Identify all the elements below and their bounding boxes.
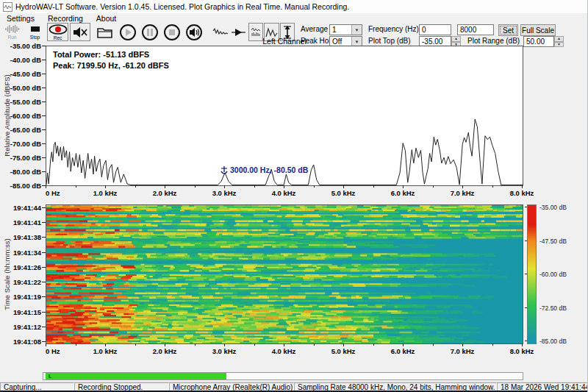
- chevron-down-icon[interactable]: ▼: [351, 25, 362, 35]
- folder-icon: [96, 26, 114, 39]
- menu-settings[interactable]: Settings: [0, 14, 41, 23]
- spectrogram-x-minor-tick: [76, 343, 76, 346]
- spectrogram-x-tick-label: 6.0 kHz: [381, 347, 425, 355]
- spectrogram-plot[interactable]: [46, 204, 523, 344]
- total-power-readout: Total Power: -51.13 dBFS: [53, 49, 149, 60]
- spectrum-x-tick-label: 7.0 kHz: [440, 189, 484, 197]
- spectrum-y-tick-label: -35.00 dB: [0, 42, 41, 50]
- spectrum-y-tick-label: -45.00 dB: [0, 70, 41, 78]
- colorbar-tick: [525, 240, 527, 241]
- stop-circle-icon: [163, 24, 181, 41]
- spectrogram-x-tick: [403, 343, 404, 346]
- speaker-muted-icon: [72, 26, 88, 39]
- stop-recording-button[interactable]: Stop: [24, 23, 46, 41]
- spectrogram-x-tick-label: 8.0 kHz: [500, 347, 544, 355]
- channel-label: Left Channel: [240, 37, 329, 46]
- peak-readout: Peak: 7199.50 Hz, -61.20 dBFS: [53, 60, 169, 71]
- spectrum-x-tick-label: 2.0 kHz: [143, 189, 187, 197]
- spectrum-x-tick: [343, 185, 344, 188]
- set-button[interactable]: Set: [498, 24, 518, 36]
- spectrum-x-minor-tick: [76, 185, 76, 188]
- spectrum-plot[interactable]: Total Power: -51.13 dBFS Peak: 7199.50 H…: [46, 46, 523, 186]
- plot-top-label: Plot Top (dB): [368, 37, 411, 45]
- run-waveform-icon: [4, 24, 21, 34]
- open-file-button[interactable]: [94, 23, 116, 41]
- plot-range-input[interactable]: [523, 36, 554, 47]
- time-tick: [42, 267, 46, 268]
- colorbar-tick: [525, 307, 527, 308]
- cursor-readout: 3000.00 Hz, -80.50 dB: [230, 165, 308, 174]
- colorbar-tick: [525, 341, 527, 341]
- menu-recording[interactable]: Recording: [41, 14, 90, 23]
- spectrum-icon: [251, 26, 262, 38]
- spectrum-x-tick: [165, 185, 165, 188]
- spectrogram-x-minor-tick: [492, 343, 493, 346]
- speaker-button[interactable]: [184, 23, 204, 41]
- average-label: Average: [301, 25, 328, 33]
- spectrogram-x-minor-tick: [373, 343, 374, 346]
- spectrum-y-tick-label: -85.00 dB: [0, 182, 41, 190]
- app-icon: [3, 2, 12, 12]
- spectrum-x-minor-tick: [135, 185, 136, 188]
- spectrum-x-tick: [284, 185, 284, 188]
- record-icon: [49, 24, 68, 35]
- spectrum-y-tick-label: -50.00 dB: [0, 84, 41, 92]
- spectrogram-x-minor-tick: [254, 343, 255, 346]
- spectrogram-x-tick-label: 4.0 kHz: [262, 347, 306, 355]
- level-meter-fill: [46, 373, 226, 379]
- cursor-marker-icon[interactable]: [220, 165, 229, 175]
- time-tick-label: 19:41:44: [0, 204, 41, 212]
- time-tick: [42, 327, 46, 327]
- spectrogram-x-tick-label: 3.0 kHz: [202, 347, 246, 355]
- colorbar: [527, 204, 537, 344]
- spectrum-x-tick-label: 4.0 kHz: [262, 189, 306, 197]
- play-icon: [119, 24, 137, 41]
- run-button[interactable]: Run: [1, 23, 23, 41]
- colorbar-tick-label: -47.50 dB: [539, 238, 567, 245]
- menu-about[interactable]: About: [90, 14, 123, 23]
- stop-playback-button[interactable]: [162, 23, 182, 41]
- spectrum-x-tick: [224, 185, 225, 188]
- spectrum-x-minor-tick: [373, 185, 374, 188]
- time-tick: [42, 282, 46, 282]
- stop-label: Stop: [30, 35, 40, 40]
- full-scale-button[interactable]: Full Scale: [520, 24, 556, 36]
- spin-up-icon: ▲: [554, 36, 564, 42]
- spectrum-x-tick: [462, 185, 463, 188]
- waveform-view-button[interactable]: [212, 23, 229, 41]
- pause-button[interactable]: [140, 23, 160, 41]
- title-bar: HydroWAV-LT Software. Version 1.0.45. Li…: [0, 0, 587, 14]
- spectrogram-x-tick: [343, 343, 344, 346]
- spectrum-y-tick-label: -40.00 dB: [0, 56, 41, 64]
- spectrogram-x-tick-label: 7.0 kHz: [440, 347, 484, 355]
- play-button[interactable]: [118, 23, 138, 41]
- spectrogram-x-tick-label: 5.0 kHz: [321, 347, 365, 355]
- spectrum-x-tick: [522, 185, 523, 188]
- spectrum-y-tick: [42, 115, 46, 116]
- app-window: HydroWAV-LT Software. Version 1.0.45. Li…: [0, 0, 588, 392]
- spectrum-y-tick: [42, 46, 46, 46]
- spectrogram-x-tick: [522, 343, 523, 346]
- waveform-icon: [212, 27, 229, 38]
- level-meter-channel-label: L: [49, 374, 51, 379]
- menu-bar: Settings Recording About: [0, 13, 587, 23]
- frequency-min-input[interactable]: [419, 24, 451, 35]
- run-label: Run: [8, 35, 17, 40]
- spectrum-x-tick-label: 1.0 kHz: [83, 189, 127, 197]
- spectrum-x-minor-tick: [254, 185, 255, 188]
- frequency-max-input[interactable]: [457, 24, 494, 35]
- spectrogram-x-tick-label: 2.0 kHz: [143, 347, 187, 355]
- time-tick-label: 19:41:19: [0, 293, 41, 301]
- record-button[interactable]: Rec: [47, 23, 68, 41]
- spectrogram-x-tick: [284, 343, 284, 346]
- spectrum-x-tick-label: 5.0 kHz: [321, 189, 365, 197]
- mute-button[interactable]: [70, 23, 90, 41]
- spectrum-y-tick: [42, 101, 46, 102]
- average-select[interactable]: 1▼: [329, 24, 362, 35]
- spectrum-y-tick: [42, 60, 46, 60]
- spectrum-x-tick-label: 3.0 kHz: [202, 189, 246, 197]
- plot-range-spinner[interactable]: ▲▼: [554, 36, 564, 47]
- time-tick-label: 19:41:41: [0, 218, 41, 227]
- frequency-label: Frequency (Hz): [368, 25, 419, 33]
- stop-square-icon: [30, 24, 40, 34]
